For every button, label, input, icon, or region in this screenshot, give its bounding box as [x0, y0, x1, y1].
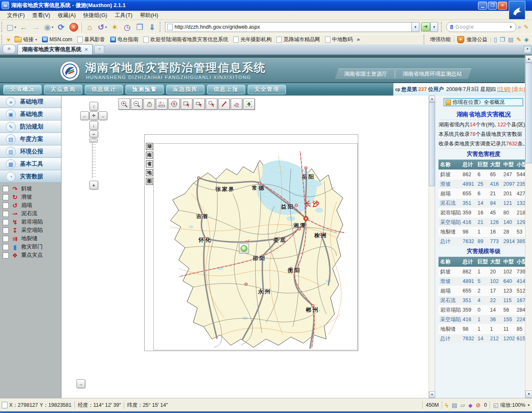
menu-item-2[interactable]: 收藏(A) — [54, 11, 79, 20]
nav-tab-5[interactable]: 信息上报 — [207, 85, 245, 94]
bookmark-item-0[interactable]: 链接▾ — [12, 35, 39, 44]
menu-item-1[interactable]: 查看(V) — [29, 11, 54, 20]
hunan-map[interactable]: 张家界常德岳阳益阳长沙吉首湘潭株洲怀化娄底邵阳衡阳永州郴州 + — [153, 143, 358, 350]
back-button[interactable]: ← — [18, 21, 30, 33]
draw-line-button[interactable] — [218, 98, 230, 110]
maximize-button[interactable]: ❐ — [488, 2, 497, 10]
layer-checkbox[interactable] — [2, 252, 9, 258]
toolbar-grip[interactable] — [1, 22, 4, 32]
exit-link[interactable]: [退出] — [512, 86, 525, 93]
layer-checkbox[interactable] — [2, 219, 9, 225]
url-text[interactable]: http://dzzh.hndh.gov.cn/gridweb.aspx — [175, 24, 260, 30]
plugins-grip[interactable] — [424, 34, 426, 44]
scale-button[interactable]: S — [168, 98, 180, 110]
map-scroll-right-button[interactable]: → — [76, 379, 85, 388]
zoom-dropdown-icon[interactable]: ▼ — [527, 403, 530, 407]
content-scroll-down-icon[interactable]: ▼ — [429, 391, 435, 398]
tab-current[interactable]: 湖南省地质灾害信息系统 ✕ — [17, 44, 93, 54]
bookmark-item-7[interactable]: 中地数码 — [323, 35, 355, 44]
urlbar-grip[interactable] — [160, 22, 162, 32]
dropdown-caret-icon[interactable]: ▾ — [15, 25, 16, 29]
nav-tab-4[interactable]: 应急指挥 — [166, 85, 204, 94]
header-link-0[interactable]: 湖南省国土资源厅 — [337, 70, 395, 78]
layer-checkbox[interactable] — [2, 227, 9, 234]
favorites-heart-icon[interactable]: ♥ — [7, 36, 10, 43]
sidebar-group-6[interactable]: ◔灾害数据 — [0, 170, 61, 183]
content-scroll-up-icon[interactable]: ▲ — [429, 96, 435, 102]
bookmark-item-5[interactable]: 光年摄影机构 — [231, 35, 274, 44]
sidebar-group-4[interactable]: ▥环境公报 — [0, 145, 61, 158]
filter-icon[interactable]: ◆ — [468, 402, 473, 408]
popup-blocker-icon[interactable]: ⊘ — [476, 402, 481, 408]
nav-tab-3[interactable]: 预测预警 — [126, 85, 164, 94]
magic-wand-button[interactable]: ✶ — [109, 21, 121, 33]
menu-item-3[interactable]: 快捷组(G) — [79, 11, 111, 20]
zoom-slider-plus-button[interactable]: + — [89, 181, 98, 189]
sidebar-group-5[interactable]: ▦基本工具 — [0, 158, 61, 170]
sidebar-group-2[interactable]: ✎防治规划 — [0, 120, 61, 133]
favorites-star-button[interactable]: ★ — [2, 44, 16, 54]
logout-link[interactable]: [注销] — [497, 86, 510, 93]
bookmarks-grip[interactable] — [1, 34, 4, 44]
search-placeholder[interactable]: Google — [456, 24, 507, 30]
scroll-thumb[interactable] — [525, 63, 532, 163]
search-go-icon[interactable]: ⌕ — [518, 23, 521, 31]
history-clock-button[interactable]: ◷ — [121, 21, 133, 33]
bookmark-item-4[interactable]: 欢迎登陆湖南省地质灾害信息系统 — [141, 35, 231, 44]
bookmark-item-3[interactable]: M电台指南 — [108, 35, 141, 44]
bookmark-item-1[interactable]: MMSN.com — [39, 36, 75, 43]
nav-tab-1[interactable]: 灾点查询 — [44, 85, 82, 94]
notes-icon[interactable]: ▤ — [508, 36, 513, 43]
content-scroll-thumb[interactable] — [429, 102, 435, 186]
pan-button[interactable] — [143, 98, 155, 110]
nav-tab-6[interactable]: 安全管理 — [248, 85, 286, 94]
globe-icon[interactable]: ◈ — [524, 36, 529, 43]
layer-checkbox[interactable] — [2, 186, 9, 192]
sidebar-group-3[interactable]: ▤年度方案 — [0, 133, 61, 145]
dropdown-caret-icon[interactable]: ▾ — [105, 25, 107, 29]
menu-item-0[interactable]: 文件(F) — [3, 11, 29, 20]
close-button[interactable]: ✕ — [498, 2, 507, 10]
tab-label[interactable]: 湖南省地质灾害信息系统 — [22, 46, 81, 53]
go-dropdown-button[interactable]: ▼ — [430, 22, 438, 32]
history-dropdown-button[interactable]: ◉▾ — [43, 21, 54, 33]
stop-button[interactable]: ✕ — [68, 21, 79, 33]
home-button[interactable]: ⌂ — [84, 21, 96, 33]
bookmark-item-2[interactable]: 暴风影音 — [75, 35, 108, 44]
bookmark-item-6[interactable]: 觅路城市精品网 — [274, 35, 323, 44]
content-scrollbar[interactable]: ▲ ▼ — [429, 96, 435, 398]
enhance-features-button[interactable]: 增强功能 — [430, 36, 451, 43]
tab-close-icon[interactable]: ✕ — [84, 47, 88, 52]
polygon-select-button[interactable] — [193, 98, 205, 110]
sidebar-group-1[interactable]: ▣基础地质 — [0, 108, 61, 120]
maxthon-charity-button[interactable]: 傲游公益 — [467, 36, 488, 43]
nav-tab-0[interactable]: 全省概况 — [3, 85, 42, 94]
pan-right-button[interactable]: → — [99, 111, 107, 120]
proxy-icon[interactable]: ▤ — [452, 402, 457, 408]
go-button[interactable]: ➔ — [421, 22, 430, 32]
layer-checkbox[interactable] — [2, 236, 9, 242]
sidebar-group-0[interactable]: »基础地理 — [0, 96, 61, 108]
gadget-icon[interactable]: ▯ — [494, 36, 497, 43]
brush-icon[interactable]: ✎ — [516, 36, 521, 43]
zoom-slider-track[interactable] — [92, 138, 96, 178]
menu-item-5[interactable]: 帮助(H) — [136, 11, 162, 20]
undo-button[interactable]: ↺▾ — [96, 21, 108, 33]
measure-distance-button[interactable]: ? — [156, 98, 167, 110]
window-list-button[interactable]: ❐ — [134, 21, 145, 33]
menu-item-4[interactable]: 工具(T) — [111, 11, 136, 20]
new-tab-button[interactable]: + — [94, 45, 104, 54]
scroll-up-icon[interactable]: ▲ — [525, 55, 532, 63]
pan-center-button[interactable]: ✛ — [89, 111, 98, 120]
tab-list-button[interactable]: ▾ — [524, 46, 531, 53]
scroll-down-icon[interactable]: ▼ — [525, 391, 532, 398]
search-grip[interactable] — [441, 22, 443, 32]
zoom-in-button[interactable] — [118, 98, 130, 110]
full-extent-button[interactable] — [243, 98, 255, 110]
pan-up-button[interactable]: ↑ — [89, 102, 98, 111]
forward-button[interactable]: → — [30, 21, 42, 33]
address-bar[interactable]: http://dzzh.hndh.gov.cn/gridweb.aspx — [165, 22, 412, 32]
zoom-out-button[interactable] — [131, 98, 143, 110]
layer-checkbox[interactable] — [2, 211, 9, 217]
zoom-slider-thumb[interactable] — [89, 139, 98, 143]
